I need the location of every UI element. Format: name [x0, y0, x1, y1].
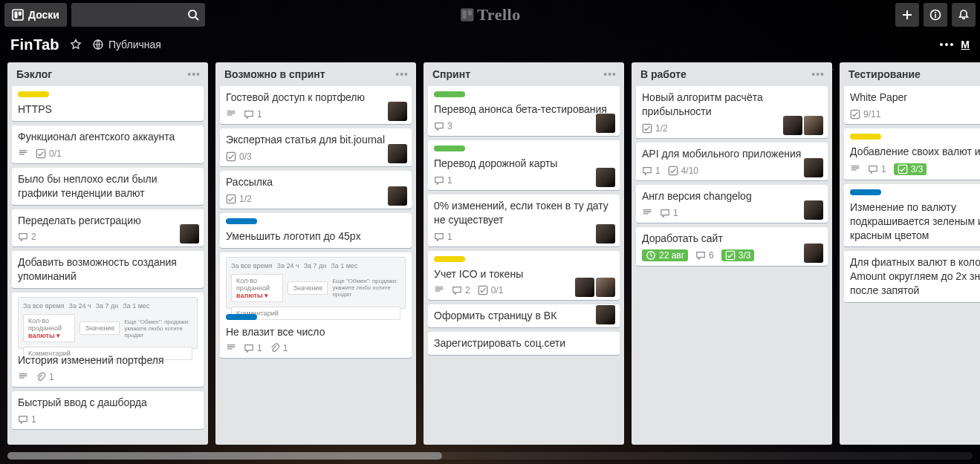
list-cards: Новый алгоритм расчёта прибыльности1/2AP…: [632, 83, 832, 276]
checklist-badge: 0/1: [36, 148, 62, 159]
card-members: [804, 200, 823, 220]
svg-rect-7: [468, 10, 472, 16]
list-menu-button[interactable]: •••: [603, 68, 617, 80]
trello-logo-icon: [459, 7, 474, 22]
notifications-button[interactable]: [952, 3, 976, 27]
card-title: Для фиатных валют в колонке Amount округ…: [850, 255, 980, 298]
card-label: [434, 91, 465, 97]
card[interactable]: Переделать регистрацию2: [12, 209, 204, 247]
card[interactable]: API для мобильного приложения14/10: [636, 143, 828, 180]
svg-rect-1: [15, 12, 18, 19]
card[interactable]: Добавление своих валют и13/3: [844, 128, 980, 180]
list: Спринт•••Перевод анонса бета-тестировани…: [424, 62, 624, 445]
scrollbar-thumb[interactable]: [7, 452, 442, 460]
show-menu-button[interactable]: ••• М: [940, 39, 970, 50]
card[interactable]: Учет ICO и токены20/1: [428, 251, 620, 301]
avatar[interactable]: [388, 144, 407, 163]
info-button[interactable]: [924, 3, 947, 27]
card[interactable]: Добавить возможность создания упоминаний: [12, 251, 204, 288]
attachments-badge: 1: [36, 372, 54, 382]
avatar[interactable]: [596, 114, 615, 133]
list-cards: White Paper9/11Добавление своих валют и1…: [840, 83, 980, 313]
avatar[interactable]: [783, 116, 802, 135]
avatar[interactable]: [596, 278, 615, 297]
board-name[interactable]: FinTab: [10, 36, 59, 53]
star-button[interactable]: [70, 39, 82, 50]
list-title[interactable]: Спринт: [432, 68, 603, 80]
card-members: [596, 168, 615, 187]
card[interactable]: За все времяЗа 24 чЗа 7 днЗа 1 месКол-во…: [220, 252, 412, 359]
card[interactable]: White Paper9/11: [844, 86, 980, 124]
card[interactable]: Англ версия changelog1: [636, 185, 828, 223]
list-menu-button[interactable]: •••: [395, 68, 409, 80]
card[interactable]: Для фиатных валют в колонке Amount округ…: [844, 251, 980, 302]
list: Бэклог•••HTTPSФункционал агентского акка…: [7, 62, 208, 445]
checklist-badge: 1/2: [226, 194, 252, 204]
list-title[interactable]: В работе: [640, 68, 811, 80]
trello-logo[interactable]: Trello: [459, 5, 520, 24]
list-menu-button[interactable]: •••: [187, 68, 201, 80]
checklist-badge: 1/2: [642, 123, 668, 134]
card[interactable]: Функционал агентского аккаунта0/1: [12, 125, 204, 163]
card-label: [434, 256, 465, 262]
avatar[interactable]: [388, 102, 407, 121]
menu-label: М: [961, 39, 970, 50]
description-badge: [434, 285, 444, 295]
card[interactable]: Экспертная статья для bit.journal0/3: [220, 128, 412, 166]
card[interactable]: Доработать сайт22 авг63/3: [636, 227, 828, 267]
create-button[interactable]: [895, 3, 919, 27]
list: Тестирование•••White Paper9/11Добавление…: [840, 62, 980, 445]
card[interactable]: Перевод анонса бета-тестирования3: [428, 86, 620, 136]
description-badge: [18, 148, 28, 159]
card-members: [596, 224, 615, 244]
card[interactable]: Быстрый ввод с дашборда1: [12, 391, 204, 429]
list-title[interactable]: Тестирование: [848, 68, 980, 80]
search-input[interactable]: [71, 3, 205, 27]
avatar[interactable]: [596, 305, 615, 324]
horizontal-scrollbar[interactable]: [7, 452, 973, 460]
card-label: [850, 134, 881, 140]
card[interactable]: HTTPS: [12, 86, 204, 121]
comments-badge: 2: [18, 232, 36, 242]
boards-label: Доски: [28, 9, 59, 21]
avatar[interactable]: [804, 244, 823, 263]
card[interactable]: Рассылка1/2: [220, 171, 412, 209]
attachments-badge: 1: [270, 343, 288, 353]
avatar[interactable]: [596, 224, 615, 244]
card[interactable]: Перевод дорожной карты1: [428, 140, 620, 190]
svg-point-3: [189, 10, 196, 18]
avatar[interactable]: [596, 168, 615, 187]
list-menu-button[interactable]: •••: [811, 68, 825, 80]
comments-badge: 6: [695, 250, 714, 261]
card-label: [434, 146, 465, 151]
avatar[interactable]: [388, 186, 407, 206]
card[interactable]: За все времяЗа 24 чЗа 7 днЗа 1 месКол-во…: [12, 293, 204, 387]
list-title[interactable]: Бэклог: [16, 68, 187, 80]
card-title: Добавить возможность создания упоминаний: [18, 255, 198, 284]
list: В работе•••Новый алгоритм расчёта прибыл…: [632, 62, 832, 445]
ellipsis-icon: •••: [940, 39, 955, 50]
avatar[interactable]: [804, 200, 823, 220]
boards-button[interactable]: Доски: [4, 3, 67, 27]
list-title[interactable]: Возможно в спринт: [224, 68, 395, 80]
card[interactable]: Изменение по валюту подкрашивается зелен…: [844, 184, 980, 247]
card[interactable]: Оформить страницу в ВК: [428, 304, 620, 327]
card-label: [18, 91, 49, 97]
card-label: [850, 189, 881, 195]
card[interactable]: Гостевой доступ к портфелю1: [220, 86, 412, 124]
avatar[interactable]: [804, 158, 823, 177]
comments-badge: 1: [868, 164, 886, 174]
avatar[interactable]: [804, 116, 823, 135]
card-members: [596, 305, 615, 324]
avatar[interactable]: [180, 224, 199, 244]
card[interactable]: Было бы неплохо если были графики тенден…: [12, 168, 204, 205]
visibility-button[interactable]: Публичная: [92, 39, 161, 50]
comments-badge: 1: [642, 166, 661, 176]
card[interactable]: 0% изменений, если токен в ту дату не су…: [428, 195, 620, 246]
card[interactable]: Новый алгоритм расчёта прибыльности1/2: [636, 86, 828, 138]
card[interactable]: Уменьшить логотип до 45px: [220, 213, 412, 248]
card[interactable]: Зарегистрировать соц.сети: [428, 332, 620, 355]
avatar[interactable]: [575, 278, 594, 297]
card-members: [596, 114, 615, 133]
card-cover: За все времяЗа 24 чЗа 7 днЗа 1 месКол-во…: [18, 297, 198, 349]
